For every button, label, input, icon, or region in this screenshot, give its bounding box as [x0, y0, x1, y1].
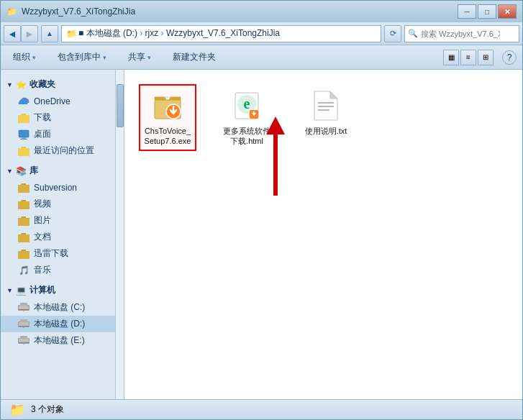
- library-section: ▼ 📚 库 Subversion: [1, 162, 115, 278]
- view-list-button[interactable]: ≡: [460, 50, 476, 65]
- file-item-html[interactable]: e 更多系统软件下载.html: [218, 84, 276, 151]
- nav-buttons: ◄ ►: [4, 25, 38, 42]
- sidebar-item-drive-d[interactable]: 本地磁盘 (D:): [1, 316, 115, 332]
- drive-d-icon: [18, 319, 29, 330]
- desktop-icon: [18, 129, 29, 140]
- help-button[interactable]: ?: [502, 50, 517, 65]
- sidebar: ▼ ⭐ 收藏夹 OneDrive: [1, 70, 116, 399]
- search-input[interactable]: [421, 29, 500, 38]
- svg-rect-5: [19, 309, 29, 310]
- title-bar: 📁 Wzzybyxt_V7.6_XiTongZhiJia ─ □ ✕: [1, 1, 522, 22]
- downloads-label: 下载: [34, 111, 51, 124]
- sidebar-item-drive-c[interactable]: 本地磁盘 (C:): [1, 299, 115, 316]
- library-header[interactable]: ▼ 📚 库: [1, 162, 115, 180]
- maximize-button[interactable]: □: [478, 4, 496, 19]
- library-label: 库: [29, 165, 38, 177]
- library-icon: 📚: [16, 166, 27, 176]
- include-library-button[interactable]: 包含到库中 ▾: [51, 48, 113, 66]
- svg-point-6: [24, 311, 24, 311]
- sidebar-item-downloads[interactable]: 下载: [1, 109, 115, 126]
- drive-e-icon: [18, 335, 29, 347]
- share-button[interactable]: 共享 ▾: [122, 48, 158, 66]
- breadcrumb[interactable]: 📁 ■ 本地磁盘 (D:) › rjxz › Wzzybyxt_V7.6_XiT…: [61, 25, 381, 42]
- drive-e-label: 本地磁盘 (E:): [34, 334, 85, 347]
- subversion-icon: [18, 182, 29, 193]
- sidebar-item-desktop[interactable]: 桌面: [1, 126, 115, 142]
- desktop-label: 桌面: [34, 128, 51, 140]
- svg-rect-15: [19, 342, 29, 343]
- minimize-button[interactable]: ─: [458, 4, 476, 19]
- music-folder-icon: 🎵: [18, 265, 29, 276]
- close-button[interactable]: ✕: [498, 4, 517, 19]
- explorer-window: 📁 Wzzybyxt_V7.6_XiTongZhiJia ─ □ ✕ ◄ ► ▲…: [0, 0, 523, 420]
- sidebar-item-subversion[interactable]: Subversion: [1, 180, 115, 196]
- music-label: 音乐: [34, 264, 51, 276]
- view-details-button[interactable]: ▦: [443, 50, 459, 65]
- sidebar-item-drive-e[interactable]: 本地磁盘 (E:): [1, 332, 115, 349]
- drive-d-label: 本地磁盘 (D:): [34, 318, 85, 330]
- svg-rect-1: [22, 137, 26, 139]
- computer-collapse-icon: ▼: [6, 287, 13, 294]
- organize-label: 组织: [13, 51, 30, 63]
- share-label: 共享: [128, 51, 145, 63]
- exe-file-label: ChsToVoice_Setup7.6.exe: [143, 126, 192, 147]
- back-button[interactable]: ◄: [4, 25, 21, 42]
- breadcrumb-text: ■ 本地磁盘 (D:) › rjxz › Wzzybyxt_V7.6_XiTon…: [78, 27, 280, 40]
- computer-section: ▼ 💻 计算机 本地磁盘 (C:): [1, 281, 115, 349]
- status-bar: 📁 3 个对象: [1, 399, 522, 419]
- svg-rect-7: [20, 303, 27, 306]
- scrollbar-thumb[interactable]: [117, 84, 124, 127]
- svg-rect-12: [20, 319, 27, 322]
- svg-point-16: [24, 344, 24, 344]
- sidebar-item-video[interactable]: 视频: [1, 196, 115, 212]
- window-title: Wzzybyxt_V7.6_XiTongZhiJia: [22, 6, 135, 17]
- main-area: ▼ ⭐ 收藏夹 OneDrive: [1, 70, 522, 399]
- computer-header[interactable]: ▼ 💻 计算机: [1, 281, 115, 299]
- video-label: 视频: [34, 198, 51, 210]
- share-dropdown-icon: ▾: [147, 54, 151, 61]
- forward-button[interactable]: ►: [21, 25, 38, 42]
- svg-point-11: [24, 327, 24, 328]
- up-button[interactable]: ▲: [41, 25, 58, 42]
- computer-icon: 💻: [16, 286, 27, 296]
- subversion-label: Subversion: [34, 183, 77, 193]
- sidebar-item-music[interactable]: 🎵 音乐: [1, 262, 115, 278]
- thunder-folder-icon: [18, 248, 29, 260]
- search-bar[interactable]: 🔍: [404, 25, 519, 42]
- svg-rect-0: [19, 130, 29, 137]
- status-count: 3 个对象: [31, 403, 64, 416]
- favorites-header[interactable]: ▼ ⭐ 收藏夹: [1, 76, 115, 93]
- sidebar-item-recent[interactable]: 最近访问的位置: [1, 142, 115, 159]
- view-large-icons-button[interactable]: ⊞: [478, 50, 494, 65]
- help-label: ?: [507, 52, 512, 63]
- file-item-txt[interactable]: 使用说明.txt: [297, 84, 355, 140]
- title-bar-left: 📁 Wzzybyxt_V7.6_XiTongZhiJia: [6, 6, 135, 17]
- favorites-label: 收藏夹: [29, 78, 55, 91]
- html-file-icon: e: [229, 88, 264, 123]
- toolbar: 组织 ▾ 包含到库中 ▾ 共享 ▾ 新建文件夹 ▦ ≡ ⊞ ?: [1, 45, 522, 70]
- txt-file-icon: [309, 88, 343, 123]
- favorites-section: ▼ ⭐ 收藏夹 OneDrive: [1, 76, 115, 159]
- onedrive-icon: [18, 96, 29, 107]
- file-item-exe[interactable]: ChsToVoice_Setup7.6.exe: [139, 84, 196, 151]
- pictures-folder-icon: [18, 215, 29, 227]
- sidebar-item-documents[interactable]: 文档: [1, 229, 115, 245]
- recent-folder-icon: [18, 145, 29, 157]
- breadcrumb-icon: 📁: [66, 29, 77, 39]
- favorites-collapse-icon: ▼: [6, 81, 13, 88]
- svg-text:e: e: [244, 96, 250, 111]
- new-folder-button[interactable]: 新建文件夹: [166, 48, 222, 66]
- computer-label: 计算机: [29, 284, 55, 296]
- sidebar-item-pictures[interactable]: 图片: [1, 212, 115, 229]
- refresh-button[interactable]: ⟳: [384, 25, 401, 42]
- sidebar-scrollbar[interactable]: [116, 70, 124, 399]
- include-label: 包含到库中: [58, 51, 101, 63]
- status-folder-icon: 📁: [9, 402, 25, 418]
- organize-button[interactable]: 组织 ▾: [6, 48, 42, 66]
- html-file-label: 更多系统软件下载.html: [222, 126, 271, 147]
- content-area: ChsToVoice_Setup7.6.exe e: [124, 70, 522, 399]
- video-folder-icon: [18, 198, 29, 210]
- sidebar-item-onedrive[interactable]: OneDrive: [1, 93, 115, 109]
- sidebar-item-thunder[interactable]: 迅雷下载: [1, 245, 115, 262]
- svg-rect-10: [19, 326, 29, 327]
